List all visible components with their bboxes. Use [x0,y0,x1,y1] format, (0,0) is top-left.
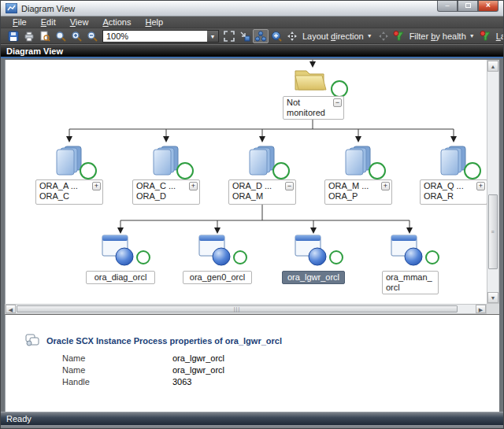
diagram-canvas[interactable]: Not monitored − ORA_A ...ORA_C + ORA_C .… [5,60,487,304]
maximize-button[interactable] [458,1,478,12]
node-ora-diag[interactable] [102,235,136,269]
print-button[interactable] [21,29,37,43]
toolbar: 100% ▼ Layout direction ▼ Filter by heal… [1,28,504,44]
window-title: Diagram View [21,4,75,13]
health-indicator [136,250,150,264]
menu-view[interactable]: View [63,17,96,28]
node-not-monitored[interactable] [292,65,328,98]
node-label-ora-c[interactable]: ORA_C ...ORA_D + [132,179,200,205]
detail-title: Oracle SCX Instance Process properties o… [46,336,282,346]
expand-button[interactable]: + [92,182,101,190]
zoom-to-fit-button[interactable] [269,29,284,43]
health-indicator [331,80,348,98]
scroll-left-icon[interactable]: ◀ [6,305,16,313]
layers-button[interactable]: Layers [494,31,504,41]
process-icon [391,235,425,266]
fit-to-window-button[interactable] [221,29,237,43]
tree-layout-button[interactable] [253,29,269,43]
horizontal-scroll-thumb[interactable]: ||| [17,305,458,313]
health-indicator [329,250,343,264]
expand-button[interactable]: + [189,182,198,190]
menu-bar: File Edit View Actions Help [1,17,504,28]
instance-properties-icon [24,333,40,350]
menu-actions[interactable]: Actions [95,17,138,28]
node-ora-lgwr[interactable] [295,235,329,269]
menu-edit[interactable]: Edit [34,17,63,28]
layout-direction-button[interactable]: Layout direction [300,31,366,41]
layout-direction-dropdown-icon[interactable]: ▼ [366,33,376,39]
vertical-scroll-thumb[interactable]: ≡ [488,194,498,269]
node-label-ora-gen0-orcl[interactable]: ora_gen0_orcl [183,271,252,284]
diagram-view-window: Diagram View – × File Edit View Actions … [0,0,504,429]
save-button[interactable] [6,29,21,43]
minimize-button[interactable]: – [437,1,458,12]
expand-button[interactable]: + [476,182,485,190]
zoom-combo-dropdown-icon[interactable]: ▼ [207,31,218,42]
zoom-in-button[interactable] [69,29,84,43]
print-preview-button[interactable] [37,29,53,43]
detail-view-panel: Oracle SCX Instance Process properties o… [5,328,499,412]
health-indicator [272,162,290,179]
filter-by-health-button[interactable]: Filter by health [407,31,469,41]
status-text: Ready [6,414,32,423]
node-ora-mman[interactable] [391,235,425,269]
menu-help[interactable]: Help [138,17,170,28]
scroll-down-icon[interactable]: ▼ [487,292,498,303]
app-icon [6,3,17,13]
filter-by-health-icon[interactable] [391,29,407,43]
process-icon [102,235,136,266]
move-layout-button[interactable] [376,29,391,43]
vertical-scrollbar[interactable]: ▲ ≡ ▼ [487,60,499,304]
filter-by-health-dropdown-icon[interactable]: ▼ [469,33,478,39]
node-label-ora-mman-orcl[interactable]: ora_mman_orcl [382,271,439,294]
node-label-ora-diag-orcl[interactable]: ora_diag_orcl [86,271,155,284]
health-indicator [233,250,247,264]
node-label-ora-lgwr-orcl[interactable]: ora_lgwr_orcl [282,271,345,284]
node-label-ora-q[interactable]: ORA_Q ...ORA_R + [420,179,487,205]
collapse-button[interactable]: − [285,182,294,190]
health-indicator [464,162,481,179]
node-label-not-monitored[interactable]: Not monitored − [283,96,344,120]
process-icon [198,235,233,266]
horizontal-scrollbar[interactable]: ◀ ||| ▶ [5,304,487,314]
diagram-view-header: Diagram View [1,44,504,58]
maximize-icon [465,3,471,8]
status-bar: Ready [1,412,504,425]
close-button[interactable]: × [478,1,498,12]
scrollbar-corner [487,304,499,314]
zoom-button[interactable] [53,29,69,43]
scroll-up-icon[interactable]: ▲ [487,61,498,72]
health-indicator [176,162,194,179]
node-label-ora-m[interactable]: ORA_M ...ORA_P + [324,179,392,205]
zoom-out-button[interactable] [84,29,100,43]
menu-file[interactable]: File [6,17,34,28]
layers-icon[interactable] [478,29,494,43]
folder-icon [292,65,328,94]
fit-selection-button[interactable] [237,29,253,43]
health-indicator [425,250,439,264]
collapse-button[interactable]: − [333,98,342,107]
node-label-ora-d[interactable]: ORA_D ...ORA_M − [228,179,296,205]
expand-button[interactable]: + [381,182,390,190]
window-frame-bottom [1,425,504,429]
zoom-level-value: 100% [103,31,207,41]
zoom-level-combo[interactable]: 100% ▼ [102,30,219,43]
scroll-right-icon[interactable]: ▶ [476,305,486,313]
health-indicator [369,162,386,179]
node-label-ora-a[interactable]: ORA_A ...ORA_C + [35,179,103,205]
process-icon [295,235,329,266]
node-ora-gen0[interactable] [198,235,233,269]
health-indicator [80,162,97,179]
pan-button[interactable] [284,29,300,43]
title-bar: Diagram View – × [1,1,504,17]
